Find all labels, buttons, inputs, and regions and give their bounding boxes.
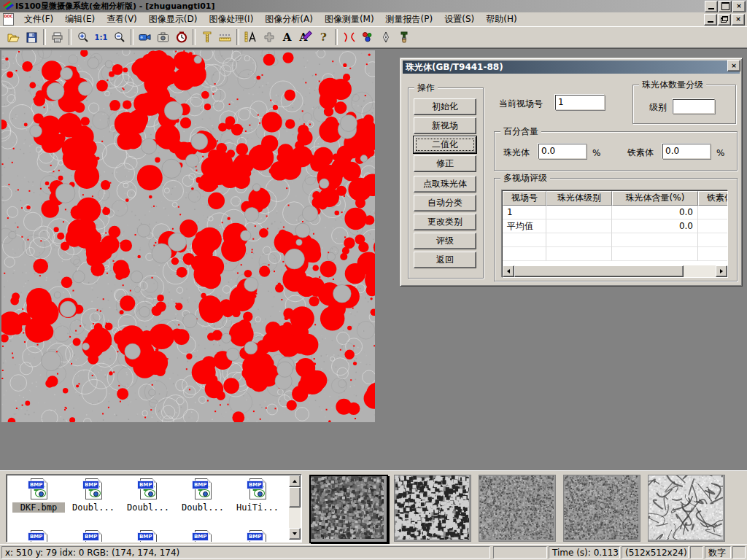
menu-bar: DOC 文件(F) 编辑(E) 查看(V) 图像显示(D) 图像处理(I) 图像…: [0, 12, 747, 27]
maximize-button[interactable]: [719, 1, 732, 12]
current-field-input[interactable]: 1: [555, 95, 605, 110]
zoom-out-button[interactable]: [110, 28, 128, 47]
classify-balls-button[interactable]: [358, 28, 376, 47]
file-item[interactable]: BMP DKF.bmp: [12, 478, 65, 513]
child-restore-button[interactable]: [718, 14, 731, 26]
file-item[interactable]: BMP Doubl...: [67, 478, 120, 513]
menu-help[interactable]: 帮助(H): [480, 12, 522, 27]
file-item-partial[interactable]: BMP: [67, 530, 120, 542]
curve-tool-button[interactable]: [340, 28, 358, 47]
table-row-empty: [503, 233, 727, 247]
col-pearlite-content[interactable]: 珠光体含量(%): [612, 191, 698, 206]
caliper-button[interactable]: [198, 28, 216, 47]
save-button[interactable]: [23, 28, 41, 47]
open-file-button[interactable]: [4, 28, 23, 47]
table-row[interactable]: 平均值 0.0: [503, 219, 727, 233]
file-list-scrollbar[interactable]: [289, 475, 301, 540]
caliper-icon: [201, 31, 213, 43]
initialize-button[interactable]: 初始化: [414, 98, 476, 115]
print-button[interactable]: [48, 28, 66, 47]
table-horizontal-scrollbar[interactable]: [503, 265, 727, 277]
menu-edit[interactable]: 编辑(E): [59, 12, 101, 27]
dotted-ruler-icon: [219, 32, 231, 42]
rating-table[interactable]: 视场号 珠光体级别 珠光体含量(%) 铁素体 1 0.0 平均值: [502, 190, 728, 278]
correct-button[interactable]: 修正: [414, 155, 476, 172]
rate-button[interactable]: 评级: [414, 233, 476, 249]
child-close-button[interactable]: ×: [732, 14, 745, 26]
col-ferrite[interactable]: 铁素体: [698, 191, 728, 206]
menu-image-analysis[interactable]: 图像分析(A): [259, 12, 319, 27]
file-name[interactable]: Doubl...: [177, 502, 229, 513]
file-item[interactable]: BMP Doubl...: [177, 478, 229, 513]
return-button[interactable]: 返回: [414, 252, 476, 268]
dialog-close-button[interactable]: ×: [727, 60, 740, 71]
col-field-number[interactable]: 视场号: [503, 191, 546, 206]
grid-cross-button[interactable]: [260, 28, 278, 47]
file-name[interactable]: Doubl...: [122, 502, 174, 513]
col-pearlite-grade[interactable]: 珠光体级别: [546, 191, 612, 206]
scroll-down-button[interactable]: [289, 528, 301, 540]
file-name[interactable]: Doubl...: [67, 502, 120, 513]
timer-button[interactable]: [172, 28, 190, 47]
table-row[interactable]: 1 0.0: [503, 206, 727, 219]
help-button[interactable]: ?: [314, 28, 333, 47]
menu-settings[interactable]: 设置(S): [438, 12, 480, 27]
red-curve-icon: [343, 31, 356, 43]
minimize-button[interactable]: [705, 1, 718, 12]
menu-image-measure[interactable]: 图像测量(M): [319, 12, 380, 27]
scrollbar-thumb[interactable]: [514, 265, 684, 277]
toolbar-separator: [236, 29, 239, 45]
pearlite-label: 珠光体: [503, 147, 530, 158]
scroll-right-button[interactable]: [716, 265, 727, 277]
menu-view[interactable]: 查看(V): [101, 12, 143, 27]
file-name[interactable]: DKF.bmp: [12, 502, 65, 513]
zoom-in-button[interactable]: [74, 28, 92, 47]
scroll-up-button[interactable]: [289, 475, 301, 487]
new-field-button[interactable]: 新视场: [414, 117, 476, 134]
brush-tool-button[interactable]: [395, 28, 413, 47]
file-item-partial[interactable]: BMP: [12, 530, 65, 542]
menu-image-processing[interactable]: 图像处理(I): [203, 12, 259, 27]
pen-tool-button[interactable]: [376, 28, 395, 47]
thumbnail-4[interactable]: [563, 475, 640, 542]
file-item[interactable]: BMP Doubl...: [122, 478, 174, 513]
menu-file[interactable]: 文件(F): [18, 12, 59, 27]
file-item-partial[interactable]: BMP: [231, 530, 284, 542]
document-icon[interactable]: DOC: [3, 13, 14, 26]
camera-capture-button[interactable]: [154, 28, 172, 47]
file-name[interactable]: HuiTi...: [231, 502, 284, 513]
menu-measure-report[interactable]: 测量报告(P): [380, 12, 439, 27]
thumbnail-5[interactable]: [648, 475, 725, 542]
auto-classify-button[interactable]: 自动分类: [414, 195, 476, 211]
thumbnail-3[interactable]: [479, 475, 556, 542]
grade-input[interactable]: [673, 99, 715, 114]
file-item-partial[interactable]: BMP: [177, 530, 229, 542]
measure-label-button[interactable]: [241, 28, 260, 47]
cell-content: 0.0: [612, 206, 698, 219]
group-label: 珠光体数量分级: [639, 79, 706, 90]
thumbnail-2[interactable]: [394, 475, 471, 542]
child-minimize-button[interactable]: [704, 14, 717, 26]
scrollbar-thumb[interactable]: [289, 487, 301, 508]
thumbnail-1[interactable]: [309, 475, 388, 543]
dialog-title-bar[interactable]: 珠光体(GB/T9441-88): [403, 61, 740, 74]
video-capture-button[interactable]: [136, 28, 154, 47]
file-browser[interactable]: BMP DKF.bmp BMP Doubl... BMP Doubl... BM…: [6, 474, 302, 542]
pen-nib-icon: [381, 31, 391, 43]
binarize-button[interactable]: 二值化: [414, 136, 476, 153]
file-item[interactable]: BMP HuiTi...: [231, 478, 284, 513]
metallograph-image[interactable]: [1, 50, 375, 422]
ruler-text-icon: [244, 31, 258, 43]
file-item-partial[interactable]: BMP: [122, 530, 174, 542]
pick-pearlite-button[interactable]: 点取珠光体: [414, 176, 476, 192]
ruler-button[interactable]: [216, 28, 234, 47]
text-tool-button[interactable]: A: [278, 28, 296, 47]
close-button[interactable]: ×: [732, 1, 746, 12]
change-class-button[interactable]: 更改类别: [414, 214, 476, 230]
annotate-tool-button[interactable]: A: [296, 28, 314, 47]
actual-size-button[interactable]: 1:1: [92, 28, 110, 47]
ferrite-percent-input[interactable]: 0.0: [662, 144, 711, 159]
menu-image-display[interactable]: 图像显示(D): [143, 12, 204, 27]
pearlite-percent-input[interactable]: 0.0: [538, 144, 587, 159]
scroll-left-button[interactable]: [503, 265, 514, 277]
